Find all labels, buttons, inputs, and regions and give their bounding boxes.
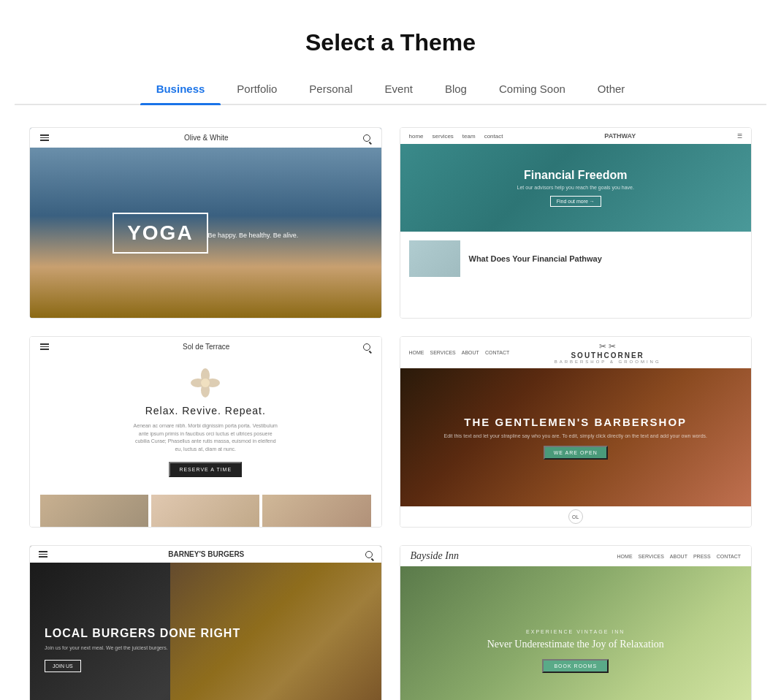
burger-nav-title: BARNEY'S BURGERS — [168, 550, 244, 558]
burger-text: LOCAL BURGERS DONE RIGHT Join us for you… — [45, 626, 240, 672]
theme-card-burgers[interactable]: BARNEY'S BURGERS LOCAL BURGERS DONE RIGH… — [29, 545, 382, 700]
page-title: Select a Theme — [15, 29, 766, 56]
solde-image-row — [30, 489, 381, 527]
burger-preview: BARNEY'S BURGERS LOCAL BURGERS DONE RIGH… — [30, 546, 381, 700]
solde-headline: Relax. Revive. Repeat. — [145, 405, 266, 416]
barber-hero: THE GENTLEMEN'S BARBERSHOP Edit this tex… — [400, 368, 752, 506]
search-icon-solde — [363, 343, 370, 351]
yoga-preview: Olive & White YOGA Be happy. Be healthy.… — [30, 128, 381, 318]
bayside-nav: Bayside Inn HOMESERVICESABOUTPRESSCONTAC… — [400, 546, 752, 566]
flower-icon — [191, 368, 220, 397]
burger-nav: BARNEY'S BURGERS — [30, 546, 381, 563]
theme-card-solde[interactable]: Sol de Terrace Relax. Revive. Repeat. Ae… — [29, 336, 382, 528]
themes-grid: Olive & White YOGA Be happy. Be healthy.… — [0, 127, 781, 700]
pathway-nav-links: homeservicesteamcontact — [409, 133, 503, 140]
barber-logo: SOUTHCORNER — [555, 351, 661, 359]
hamburger-icon — [40, 134, 49, 141]
solde-img-1 — [40, 495, 148, 527]
hamburger-icon-solde — [40, 343, 49, 350]
bayside-hero: EXPERIENCE VINTAGE INN Never Underestima… — [400, 566, 752, 700]
theme-card-pathway[interactable]: homeservicesteamcontact PATHWAY ☰ Financ… — [400, 127, 753, 319]
theme-card-bayside[interactable]: Bayside Inn HOMESERVICESABOUTPRESSCONTAC… — [400, 545, 753, 700]
scissors-icon: ✂ ✂ — [555, 341, 661, 351]
solde-preview: Sol de Terrace Relax. Revive. Repeat. Ae… — [30, 337, 381, 527]
solde-img-2 — [151, 495, 259, 527]
svg-point-4 — [201, 378, 210, 387]
ol-circle: OL — [568, 509, 583, 524]
solde-body: Aenean ac ornare nibh. Morbi dignissim p… — [132, 422, 278, 453]
tab-other[interactable]: Other — [582, 74, 641, 104]
yoga-nav: Olive & White — [30, 128, 381, 148]
tab-blog[interactable]: Blog — [429, 74, 483, 104]
solde-reserve-button[interactable]: RESERVE A TIME — [169, 462, 242, 477]
theme-card-barbershop[interactable]: HOMESERVICESABOUTCONTACT ✂ ✂ SOUTHCORNER… — [400, 336, 753, 528]
yoga-nav-title: Olive & White — [184, 134, 229, 142]
bayside-cta-button[interactable]: BOOK ROOMS — [542, 659, 609, 673]
burger-subtext: Join us for your next meal. We get the j… — [45, 645, 240, 650]
barber-hero-title: THE GENTLEMEN'S BARBERSHOP — [464, 416, 687, 429]
pathway-hero-sub: Let our advisors help you reach the goal… — [517, 185, 634, 190]
barber-nav-links: HOMESERVICESABOUTCONTACT — [409, 350, 510, 355]
pathway-hero: Financial Freedom Let our advisors help … — [400, 144, 752, 232]
pathway-bottom: What Does Your Financial Pathway — [400, 232, 752, 286]
yoga-big-text: YOGA — [127, 223, 193, 243]
barber-hero-sub: Edit this text and let your strapline sa… — [443, 433, 707, 438]
bayside-preview: Bayside Inn HOMESERVICESABOUTPRESSCONTAC… — [400, 546, 752, 700]
tab-business[interactable]: Business — [140, 74, 221, 104]
pathway-thumbnail — [409, 240, 460, 277]
barber-logo-sub: BARBERSHOP & GROOMING — [555, 359, 661, 364]
barber-preview: HOMESERVICESABOUTCONTACT ✂ ✂ SOUTHCORNER… — [400, 337, 752, 527]
bayside-hero-title: Never Underestimate the Joy of Relaxatio… — [487, 639, 664, 650]
yoga-text-box: YOGA — [113, 213, 207, 254]
yoga-hero: YOGA Be happy. Be healthy. Be alive. — [30, 148, 381, 318]
solde-content: Relax. Revive. Repeat. Aenean ac ornare … — [30, 357, 381, 489]
yoga-subtext: Be happy. Be healthy. Be alive. — [208, 232, 299, 239]
search-icon — [363, 134, 370, 142]
tab-personal[interactable]: Personal — [293, 74, 368, 104]
burger-cta-button[interactable]: JOIN US — [45, 660, 81, 672]
bayside-hero-sub: EXPERIENCE VINTAGE INN — [526, 629, 625, 634]
theme-card-yoga[interactable]: Olive & White YOGA Be happy. Be healthy.… — [29, 127, 382, 319]
solde-img-3 — [262, 495, 370, 527]
pathway-hero-title: Financial Freedom — [524, 169, 627, 182]
barber-logo-area: ✂ ✂ SOUTHCORNER BARBERSHOP & GROOMING — [555, 341, 661, 364]
pathway-nav: homeservicesteamcontact PATHWAY ☰ — [400, 128, 752, 144]
burger-headline: LOCAL BURGERS DONE RIGHT — [45, 626, 240, 640]
barber-nav: HOMESERVICESABOUTCONTACT ✂ ✂ SOUTHCORNER… — [400, 337, 752, 368]
solde-nav: Sol de Terrace — [30, 337, 381, 357]
hamburger-icon-burger — [39, 551, 47, 558]
tabs-nav: Business Portfolio Personal Event Blog C… — [15, 74, 766, 105]
solde-nav-title: Sol de Terrace — [183, 343, 229, 351]
barber-cta-button[interactable]: WE ARE OPEN — [544, 446, 608, 460]
bayside-logo: Bayside Inn — [411, 550, 459, 562]
burger-hero: LOCAL BURGERS DONE RIGHT Join us for you… — [30, 563, 381, 700]
pathway-logo: PATHWAY — [604, 132, 636, 140]
pathway-preview: homeservicesteamcontact PATHWAY ☰ Financ… — [400, 128, 752, 318]
pathway-cta-button[interactable]: Find out more → — [550, 196, 601, 207]
tab-event[interactable]: Event — [369, 74, 429, 104]
search-icon-burger — [365, 551, 373, 558]
page-header: Select a Theme Business Portfolio Person… — [0, 0, 781, 105]
tab-coming-soon[interactable]: Coming Soon — [483, 74, 582, 104]
bayside-nav-links: HOMESERVICESABOUTPRESSCONTACT — [617, 554, 741, 559]
tab-portfolio[interactable]: Portfolio — [221, 74, 293, 104]
pathway-bottom-text: What Does Your Financial Pathway — [469, 254, 602, 263]
